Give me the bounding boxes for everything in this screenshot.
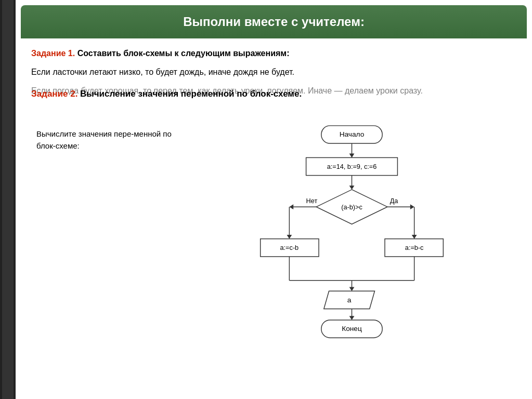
header-title: Выполни вместе с учителем:	[183, 15, 365, 29]
task2-heading-area: Если погода будет хорошая, то перед тем,…	[31, 85, 516, 97]
task1-description: Составить блок-схемы к следующим выражен…	[77, 49, 290, 58]
task2-label: Задание 2.	[31, 89, 77, 99]
left-text: Вычислите значения пере-менной по блок-с…	[36, 123, 192, 341]
svg-marker-25	[349, 316, 355, 320]
task1-label: Задание 1.	[31, 49, 75, 58]
task1-text1: Если ласточки летают низко, то будет дож…	[31, 66, 516, 78]
svg-marker-12	[287, 235, 292, 239]
svg-marker-8	[410, 204, 414, 209]
svg-marker-5	[349, 185, 355, 190]
content-area: Задание 1. Составить блок-схемы к следую…	[16, 38, 532, 352]
svg-marker-10	[289, 204, 293, 209]
output-label: a	[347, 296, 352, 304]
left-stripe	[0, 0, 16, 399]
main-content: Выполни вместе с учителем: Задание 1. Со…	[16, 0, 532, 399]
task2-instruction: Вычислите значения пере-менной по блок-с…	[36, 128, 182, 152]
left-stripe-inner	[2, 0, 14, 399]
no-label: Нет	[306, 197, 318, 205]
end-label: Конец	[342, 325, 362, 332]
task2-title: Вычисление значения переменной по блок-с…	[80, 89, 302, 99]
start-label: Начало	[340, 130, 365, 138]
header: Выполни вместе с учителем:	[21, 5, 527, 38]
condition-label: (a-b)>c	[341, 204, 362, 211]
flowchart-svg: Начало a:=14, b:=9, c:=6 (a-b)>c Да	[192, 123, 511, 341]
flowchart-area: Начало a:=14, b:=9, c:=6 (a-b)>c Да	[192, 123, 511, 341]
right-branch-label: a:=b-c	[405, 244, 424, 251]
svg-marker-15	[412, 235, 417, 239]
svg-marker-2	[349, 154, 355, 158]
svg-marker-22	[349, 287, 355, 291]
bottom-section: Вычислите значения пере-менной по блок-с…	[31, 123, 516, 341]
task1-row: Задание 1. Составить блок-схемы к следую…	[31, 49, 516, 58]
yes-label: Да	[390, 197, 399, 205]
left-branch-label: a:=c-b	[280, 244, 299, 251]
init-label: a:=14, b:=9, c:=6	[327, 163, 377, 170]
task2-overlay: Задание 2. Вычисление значения переменно…	[31, 89, 516, 99]
